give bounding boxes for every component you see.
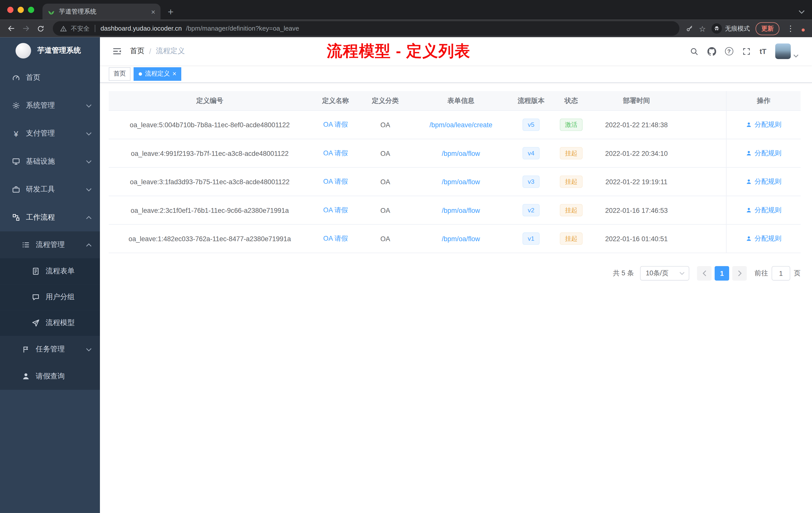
bookmark-star-icon[interactable]: ☆ <box>699 25 706 32</box>
table-row: oa_leave:3:1fad3d93-7b75-11ec-a3c8-acde4… <box>109 168 801 196</box>
incognito-badge: 无痕模式 <box>712 23 750 34</box>
tab-search-icon[interactable] <box>799 7 805 16</box>
window-close-button[interactable] <box>7 7 13 13</box>
fullscreen-icon[interactable] <box>742 47 751 56</box>
tag-close-icon[interactable]: × <box>173 70 176 77</box>
deploy-time: 2022-01-16 17:46:53 <box>592 206 681 214</box>
sidebar-item-task-management[interactable]: 任务管理 <box>0 336 100 363</box>
address-bar[interactable]: 不安全 dashboard.yudao.iocoder.cn/bpm/manag… <box>53 21 679 36</box>
document-icon <box>32 267 40 275</box>
sidebar-item-payment[interactable]: ¥ 支付管理 <box>0 119 100 147</box>
sidebar-item-home[interactable]: 首页 <box>0 64 100 92</box>
definition-name-link[interactable]: OA 请假 <box>323 234 348 242</box>
new-tab-button[interactable]: + <box>168 7 174 17</box>
sidebar-item-process-model[interactable]: 流程模型 <box>0 310 100 336</box>
navbar: 首页 / 流程定义 流程模型 - 定义列表 ? tT <box>100 37 812 65</box>
tag-home[interactable]: 首页 <box>109 67 130 81</box>
status-badge: 挂起 <box>560 204 583 217</box>
version-badge: v2 <box>522 204 539 217</box>
sidebar-item-label: 首页 <box>26 73 92 82</box>
browser-tab[interactable]: 芋道管理系统 × <box>42 3 161 20</box>
caret-down-icon <box>793 55 799 58</box>
sidebar-logo[interactable]: 芋道管理系统 <box>0 37 100 64</box>
status-badge: 激活 <box>560 118 583 131</box>
browser-menu-icon[interactable]: ⋮ <box>785 24 796 33</box>
goto-page-input[interactable] <box>772 266 790 280</box>
flag-icon <box>22 345 30 354</box>
prev-page-button[interactable] <box>697 266 712 280</box>
hamburger-icon[interactable] <box>100 46 130 57</box>
form-link[interactable]: /bpm/oa/flow <box>442 235 480 242</box>
table-row: oa_leave:5:004b710b-7b8a-11ec-8ef0-acde4… <box>109 111 801 139</box>
tab-close-icon[interactable]: × <box>151 8 155 15</box>
form-link[interactable]: /bpm/oa/flow <box>442 178 480 185</box>
definition-name-link[interactable]: OA 请假 <box>323 177 348 185</box>
sidebar-item-label: 流程模型 <box>46 318 92 328</box>
breadcrumb-separator: / <box>149 47 151 56</box>
assign-rule-link[interactable]: 分配规则 <box>746 120 781 129</box>
search-icon[interactable] <box>690 47 698 56</box>
sidebar-item-label: 基础设施 <box>26 157 80 166</box>
sidebar-item-label: 工作流程 <box>26 213 80 222</box>
annotation-title: 流程模型 - 定义列表 <box>327 41 470 62</box>
sidebar-item-label: 研发工具 <box>26 185 80 194</box>
tag-label: 首页 <box>114 69 126 78</box>
sidebar-item-process-form[interactable]: 流程表单 <box>0 258 100 284</box>
form-link[interactable]: /bpm/oa/flow <box>442 206 480 214</box>
window-minimize-button[interactable] <box>18 7 24 13</box>
chevron-up-icon <box>86 243 92 246</box>
sidebar-item-workflow[interactable]: 工作流程 <box>0 204 100 232</box>
sidebar-item-infrastructure[interactable]: 基础设施 <box>0 148 100 175</box>
sidebar-item-user-group[interactable]: 用户分组 <box>0 284 100 310</box>
sidebar-item-leave-query[interactable]: 请假查询 <box>0 363 100 390</box>
not-secure-icon[interactable] <box>60 25 67 32</box>
assign-rule-link[interactable]: 分配规则 <box>746 234 781 243</box>
definition-category: OA <box>360 206 410 214</box>
back-button[interactable] <box>4 24 19 33</box>
definition-category: OA <box>360 121 410 129</box>
breadcrumb-home[interactable]: 首页 <box>130 47 145 56</box>
next-page-button[interactable] <box>732 266 747 280</box>
definition-name-link[interactable]: OA 请假 <box>323 121 348 128</box>
sidebar-item-label: 支付管理 <box>26 129 80 138</box>
sidebar-item-label: 流程表单 <box>46 267 92 276</box>
help-icon[interactable]: ? <box>725 47 733 56</box>
form-link[interactable]: /bpm/oa/leave/create <box>429 121 492 129</box>
tag-process-definition[interactable]: 流程定义 × <box>134 67 181 81</box>
chevron-down-icon <box>86 160 92 163</box>
page-number-button[interactable]: 1 <box>715 266 729 280</box>
assign-rule-link[interactable]: 分配规则 <box>746 206 781 215</box>
page-size-select[interactable]: 10条/页 <box>640 266 689 280</box>
paper-plane-icon <box>32 319 40 327</box>
sidebar-item-system[interactable]: 系统管理 <box>0 92 100 119</box>
github-icon[interactable] <box>707 47 716 56</box>
chevron-down-icon <box>86 188 92 191</box>
chat-bubble-icon <box>32 293 40 301</box>
form-link[interactable]: /bpm/oa/flow <box>442 149 480 157</box>
page-unit-label: 页 <box>794 269 801 278</box>
table-row: oa_leave:4:991f2193-7b7f-11ec-a3c8-acde4… <box>109 139 801 168</box>
chevron-up-icon <box>86 216 92 219</box>
assign-rule-link[interactable]: 分配规则 <box>746 149 781 158</box>
password-key-icon[interactable] <box>686 25 693 32</box>
deploy-time: 2022-01-22 20:34:10 <box>592 149 681 157</box>
gear-icon <box>12 101 20 110</box>
forward-button[interactable] <box>19 24 33 33</box>
definition-name-link[interactable]: OA 请假 <box>323 149 348 157</box>
reload-button[interactable] <box>33 25 48 32</box>
status-badge: 挂起 <box>560 175 583 188</box>
sidebar-item-dev-tools[interactable]: 研发工具 <box>0 175 100 203</box>
sidebar-item-process-management[interactable]: 流程管理 <box>0 232 100 258</box>
definition-category: OA <box>360 235 410 242</box>
deploy-time: 2022-01-22 19:19:11 <box>592 178 681 185</box>
briefcase-icon <box>12 185 20 193</box>
user-menu[interactable] <box>775 43 799 59</box>
definition-name-link[interactable]: OA 请假 <box>323 206 348 214</box>
window-zoom-button[interactable] <box>28 7 34 13</box>
url-divider <box>95 25 95 32</box>
monitor-icon <box>12 157 20 165</box>
assign-rule-link[interactable]: 分配规则 <box>746 177 781 186</box>
url-path: /bpm/manager/definition?key=oa_leave <box>186 25 299 32</box>
browser-update-button[interactable]: 更新 <box>755 22 779 35</box>
font-size-icon[interactable]: tT <box>759 47 766 56</box>
